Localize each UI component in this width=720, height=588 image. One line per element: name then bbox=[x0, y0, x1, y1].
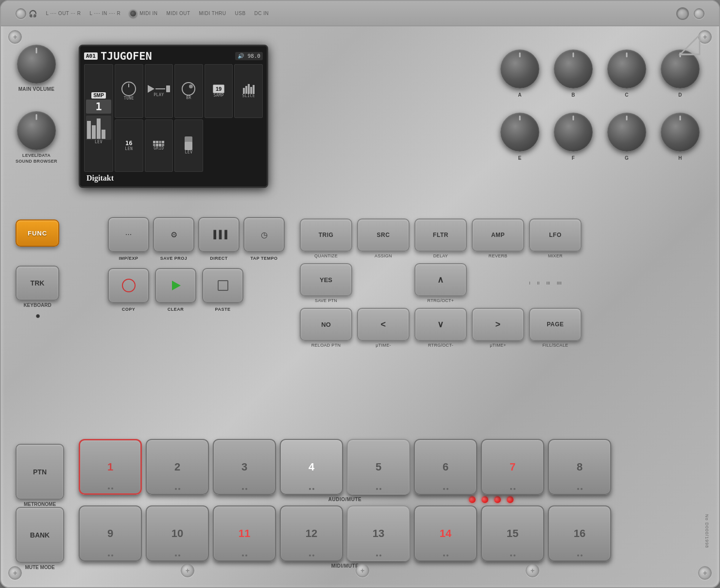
in-label: L ···· IN ···· R bbox=[89, 11, 120, 16]
level-data-knob[interactable] bbox=[17, 111, 56, 150]
tune-dial-icon bbox=[121, 82, 136, 96]
pad-12-number: 12 bbox=[306, 527, 317, 540]
amp-sublabel: REVERB bbox=[489, 253, 508, 258]
pad-12-dots bbox=[309, 554, 314, 556]
display-grid-cell: GRID bbox=[145, 119, 173, 172]
pad-11[interactable]: 11 bbox=[213, 505, 276, 561]
src-group: SRC ASSIGN bbox=[357, 218, 410, 258]
down-button[interactable]: ∨ bbox=[414, 308, 467, 341]
pad-10[interactable]: 10 bbox=[146, 505, 209, 561]
knob-d-col: D bbox=[656, 50, 704, 108]
slice-bars bbox=[243, 84, 255, 94]
pad-2[interactable]: 2 bbox=[146, 439, 209, 495]
pad-2-number: 2 bbox=[174, 461, 180, 473]
pad-9-dots bbox=[108, 554, 113, 556]
pad-9[interactable]: 9 bbox=[79, 505, 142, 561]
smp-number: 1 bbox=[86, 100, 111, 114]
imp-exp-button[interactable]: ··· bbox=[108, 217, 149, 252]
top-right-screw bbox=[694, 8, 704, 19]
amp-group: AMP REVERB bbox=[472, 218, 524, 258]
play-label: PLAY bbox=[154, 93, 164, 97]
power-button[interactable] bbox=[676, 7, 689, 20]
grid-label: GRID bbox=[154, 146, 164, 151]
ptn-label: PTN bbox=[33, 468, 47, 476]
out-connector: L ···· OUT ··· R bbox=[46, 11, 81, 16]
knob-f[interactable] bbox=[554, 113, 593, 151]
knob-e-label: E bbox=[518, 155, 522, 161]
direct-label: DIRECT bbox=[210, 256, 228, 261]
pad-10-number: 10 bbox=[171, 527, 183, 540]
midi-in-connector: MIDI IN bbox=[129, 10, 157, 17]
pad-4[interactable]: 4 bbox=[280, 439, 343, 495]
up-sublabel: RTRG/OCT+ bbox=[428, 298, 454, 303]
display-play-cell: PLAY bbox=[145, 64, 173, 118]
clear-button[interactable] bbox=[155, 268, 196, 303]
pad-14[interactable]: 14 bbox=[414, 505, 477, 561]
src-button[interactable]: SRC bbox=[357, 218, 410, 252]
yes-button[interactable]: YES bbox=[300, 263, 352, 296]
metronome-label: METRONOME bbox=[24, 502, 56, 507]
pad-15[interactable]: 15 bbox=[481, 505, 544, 561]
serial-number: No D000/1998 bbox=[704, 514, 709, 548]
knob-a[interactable] bbox=[500, 50, 539, 88]
copy-button-row: COPY CLEAR PASTE bbox=[108, 268, 243, 312]
lfo-button[interactable]: LFO bbox=[529, 218, 582, 252]
save-proj-label: SAVE PROJ bbox=[160, 256, 187, 261]
nav-section: TRIG QUANTIZE SRC ASSIGN FLTR DELAY AMP bbox=[300, 218, 582, 348]
no-button[interactable]: NO bbox=[300, 308, 352, 341]
knob-a-col: A bbox=[496, 50, 544, 108]
no-sublabel: RELOAD PTN bbox=[311, 343, 341, 348]
right-button[interactable]: > bbox=[472, 308, 524, 341]
save-proj-button[interactable]: ⚙ bbox=[153, 217, 194, 252]
pad-7[interactable]: 7 bbox=[481, 439, 544, 495]
trig-label: TRIG bbox=[319, 232, 334, 238]
direct-button[interactable]: ▐▐▐ bbox=[198, 217, 240, 252]
fltr-button[interactable]: FLTR bbox=[414, 218, 467, 252]
yes-group: YES SAVE PTN bbox=[300, 263, 352, 303]
pad-3[interactable]: 3 bbox=[213, 439, 276, 495]
pad-6-number: 6 bbox=[443, 461, 448, 473]
pad-5[interactable]: 5 bbox=[347, 439, 410, 495]
midi-in-jack bbox=[129, 10, 137, 17]
pad-7-number: 7 bbox=[510, 461, 515, 473]
tap-tempo-button[interactable]: ◷ bbox=[243, 217, 285, 252]
elektron-logo bbox=[675, 33, 704, 57]
main-volume-knob[interactable] bbox=[17, 45, 56, 84]
direct-icon: ▐▐▐ bbox=[210, 230, 227, 239]
trig-button[interactable]: TRIG bbox=[300, 218, 352, 252]
usb-connector: USB bbox=[235, 11, 246, 16]
patch-number: A01 bbox=[84, 52, 98, 60]
knob-c[interactable] bbox=[607, 50, 646, 88]
knob-e-col: E bbox=[496, 113, 544, 171]
pad-6[interactable]: 6 bbox=[414, 439, 477, 495]
patch-name: TJUGOFEN bbox=[101, 50, 232, 62]
dc-in-connector: DC IN bbox=[255, 11, 269, 16]
pad-12[interactable]: 12 bbox=[280, 505, 343, 561]
pad-11-dots bbox=[242, 554, 247, 556]
corner-screw-ml bbox=[181, 564, 194, 577]
pad-16[interactable]: 16 bbox=[548, 505, 611, 561]
pad-8[interactable]: 8 bbox=[548, 439, 611, 495]
knob-g[interactable] bbox=[607, 113, 646, 151]
left-button[interactable]: < bbox=[357, 308, 410, 341]
no-group: NO RELOAD PTN bbox=[300, 308, 352, 348]
func-button[interactable]: FUNC bbox=[16, 219, 59, 247]
pad-1-dots bbox=[108, 487, 113, 489]
fltr-group: FLTR DELAY bbox=[414, 218, 467, 258]
pad-1[interactable]: 1 bbox=[79, 439, 142, 495]
trk-button[interactable]: TRK bbox=[16, 266, 59, 301]
paste-button[interactable] bbox=[202, 268, 243, 303]
volume-value: 98.0 bbox=[248, 53, 261, 59]
knob-b[interactable] bbox=[554, 50, 593, 88]
page-label: PAGE bbox=[547, 321, 564, 328]
amp-button[interactable]: AMP bbox=[472, 218, 524, 252]
ptn-button[interactable]: PTN bbox=[16, 444, 64, 500]
corner-screw-mr bbox=[526, 564, 539, 577]
page-button[interactable]: PAGE bbox=[529, 308, 582, 341]
knob-e[interactable] bbox=[500, 113, 539, 151]
bank-button[interactable]: BANK bbox=[16, 507, 64, 563]
pad-13[interactable]: 13 bbox=[347, 505, 410, 561]
up-button[interactable]: ∧ bbox=[414, 263, 467, 296]
knob-h[interactable] bbox=[661, 113, 700, 151]
copy-button[interactable] bbox=[108, 268, 149, 303]
